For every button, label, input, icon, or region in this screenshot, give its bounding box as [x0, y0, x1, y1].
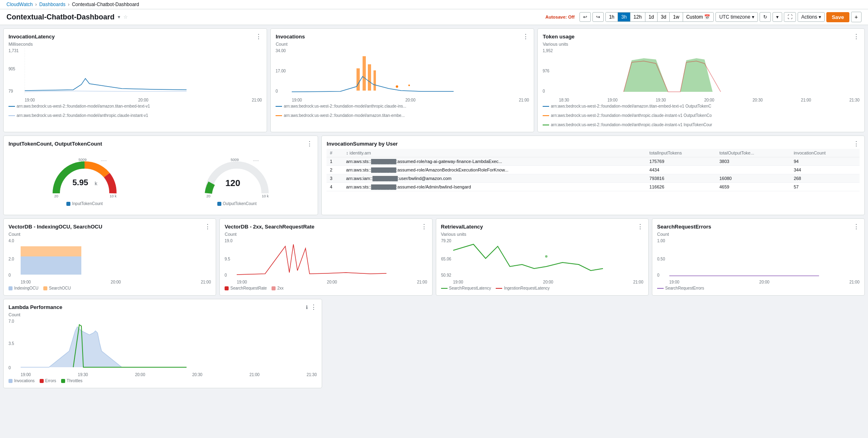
add-widget-button[interactable]: +: [851, 12, 862, 22]
table-row: 2 arn:aws:sts::████████:assumed-role/Ama…: [327, 166, 860, 174]
widget-title-invocation-latency: InvocationLatency: [8, 34, 55, 40]
widget-menu-invocation-latency[interactable]: ⋮: [255, 34, 262, 40]
widget-menu-token-usage[interactable]: ⋮: [853, 34, 860, 40]
widget-menu-search-errors[interactable]: ⋮: [853, 224, 860, 230]
svg-text:0: 0: [276, 89, 278, 93]
retrieval-latency-legend: SearchRequestLatency IngestionRequestLat…: [441, 286, 643, 290]
widget-title-vectordb-indexing: VectorDB - IndexingOCU, SearchOCU: [8, 224, 102, 230]
invocation-latency-subtitle: Milliseconds: [8, 42, 262, 47]
svg-rect-7: [357, 68, 360, 91]
svg-text:......: ......: [253, 158, 259, 162]
time-1h[interactable]: 1h: [606, 13, 618, 21]
vectordb-search-legend: SearchRequestRate 2xx: [225, 286, 427, 290]
widget-token-usage: Token usage ⋮ Various units 1,952 976 0 …: [537, 28, 865, 132]
dropdown-icon[interactable]: ▾: [118, 14, 120, 20]
info-icon[interactable]: ℹ: [306, 305, 308, 310]
svg-text:65.06: 65.06: [441, 257, 451, 261]
gauge-input-token: 20 5009 ...... 8000 10 k: [48, 153, 121, 206]
token-usage-chart: 1,952 976 0 18:3019:0019:3020:0020:3021:…: [543, 48, 860, 102]
svg-text:10 k: 10 k: [110, 194, 117, 198]
redo-button[interactable]: ↪: [592, 12, 604, 22]
svg-point-42: [545, 255, 548, 258]
chevron-down-icon: ▾: [752, 14, 754, 20]
table-row: 4 arn:aws:sts::████████:assumed-role/Adm…: [327, 183, 860, 191]
invocations-x-labels: 19:0020:0021:00: [276, 98, 529, 102]
svg-text:0.50: 0.50: [657, 257, 665, 261]
invocations-legend: arn:aws:bedrock:us-west-2::foundation-mo…: [276, 104, 529, 118]
widget-menu-token-gauges[interactable]: ⋮: [306, 141, 313, 147]
svg-text:0: 0: [225, 273, 227, 277]
retrieval-latency-chart: 79.20 65.06 50.92 19:0020:0021:00: [441, 238, 643, 284]
vectordb-indexing-chart: 4.0 2.0 0 19:0020:0021:00: [8, 238, 211, 284]
widget-menu-invocation-summary[interactable]: ⋮: [853, 141, 860, 147]
svg-text:0: 0: [8, 366, 11, 370]
svg-text:9.5: 9.5: [225, 257, 230, 261]
favorite-icon[interactable]: ☆: [123, 14, 128, 20]
fullscreen-button[interactable]: ⛶: [784, 12, 796, 22]
col-num: #: [327, 149, 343, 157]
svg-text:5.95: 5.95: [72, 178, 88, 187]
svg-text:10 k: 10 k: [262, 194, 269, 198]
token-usage-subtitle: Various units: [543, 42, 860, 47]
svg-marker-49: [21, 327, 187, 367]
time-3h[interactable]: 3h: [618, 13, 630, 21]
row-1: InvocationLatency ⋮ Milliseconds 1,731 9…: [3, 28, 865, 132]
svg-text:50.92: 50.92: [441, 273, 451, 277]
widget-lambda-performance: Lambda Performance ℹ ⋮ Count 7.0 3.5 0: [3, 299, 322, 388]
dashboard-body: InvocationLatency ⋮ Milliseconds 1,731 9…: [0, 25, 868, 391]
breadcrumb-cloudwatch[interactable]: CloudWatch: [6, 2, 33, 7]
svg-text:20: 20: [54, 194, 58, 198]
widget-title-search-errors: SearchRequestErrors: [657, 224, 711, 230]
calendar-icon: 📅: [704, 14, 710, 20]
invocations-chart: 34.00 17.00 0 19:0020:0021:00: [276, 48, 529, 102]
row-3: VectorDB - IndexingOCU, SearchOCU ⋮ Coun…: [3, 218, 865, 296]
widget-invocation-summary: InvocationSummary by User ⋮ # ↕ identity…: [321, 135, 865, 215]
gauge-input-legend: InputTokenCount: [66, 201, 103, 206]
time-1w[interactable]: 1w: [670, 13, 683, 21]
search-errors-chart: 1.00 0.50 0 19:0020:0021:00: [657, 238, 860, 284]
widget-menu-invocations[interactable]: ⋮: [522, 34, 529, 40]
actions-button[interactable]: Actions ▾: [798, 12, 825, 22]
svg-rect-35: [21, 246, 81, 256]
widget-title-invocations: Invocations: [276, 34, 305, 40]
timezone-selector[interactable]: UTC timezone ▾: [715, 12, 758, 22]
lambda-performance-chart: 7.0 3.5 0 19:0019:3020:0020:3021:0021:30: [8, 319, 317, 377]
widget-title-token-gauges: InputTokenCount, OutputTokenCount: [8, 141, 102, 147]
widget-invocations: Invocations ⋮ Count 34.00 17.00 0: [270, 28, 534, 132]
widget-retrieval-latency: RetrievalLatency ⋮ Various units 79.20 6…: [436, 218, 649, 296]
vectordb-search-chart: 19.0 9.5 0 19:0020:0021:00: [225, 238, 427, 284]
widget-menu-retrieval-latency[interactable]: ⋮: [637, 224, 643, 230]
search-errors-legend: SearchRequestErrors: [657, 286, 860, 290]
breadcrumb-dashboards[interactable]: Dashboards: [39, 2, 66, 7]
token-usage-x-labels: 18:3019:0019:3020:0020:3021:0021:30: [543, 98, 860, 102]
svg-text:0: 0: [8, 273, 11, 277]
lambda-performance-svg: 7.0 3.5 0: [8, 319, 317, 371]
svg-text:905: 905: [8, 67, 15, 71]
svg-text:1.00: 1.00: [657, 239, 665, 243]
svg-text:20: 20: [206, 194, 210, 198]
widget-menu-vectordb-search[interactable]: ⋮: [421, 224, 427, 230]
svg-marker-17: [680, 58, 713, 92]
retrieval-latency-subtitle: Various units: [441, 232, 643, 237]
save-button[interactable]: Save: [826, 12, 849, 22]
widget-title-token-usage: Token usage: [543, 34, 575, 40]
widget-vectordb-search: VectorDB - 2xx, SearchRequestRate ⋮ Coun…: [219, 218, 432, 296]
time-1d[interactable]: 1d: [645, 13, 658, 21]
vectordb-indexing-svg: 4.0 2.0 0: [8, 238, 211, 279]
undo-button[interactable]: ↩: [579, 12, 591, 22]
breadcrumb: CloudWatch › Dashboards › Contextual-Cha…: [0, 0, 868, 9]
widget-menu-vectordb-indexing[interactable]: ⋮: [204, 224, 211, 230]
time-custom[interactable]: Custom 📅: [683, 13, 714, 21]
svg-text:79: 79: [8, 89, 13, 93]
refresh-options-button[interactable]: ▾: [772, 12, 782, 22]
widget-menu-lambda-performance[interactable]: ⋮: [310, 304, 317, 311]
svg-text:3.5: 3.5: [8, 341, 14, 346]
table-row: 3 arn:aws:iam::████████:user/bwlind@amaz…: [327, 174, 860, 183]
svg-text:1,952: 1,952: [543, 49, 553, 53]
vectordb-indexing-legend: IndexingOCU SearchOCU: [8, 286, 211, 290]
breadcrumb-current: Contextual-Chatbot-Dashboard: [72, 2, 139, 7]
refresh-button[interactable]: ↻: [760, 12, 771, 22]
time-12h[interactable]: 12h: [630, 13, 645, 21]
search-errors-subtitle: Count: [657, 232, 860, 237]
time-3d[interactable]: 3d: [658, 13, 670, 21]
